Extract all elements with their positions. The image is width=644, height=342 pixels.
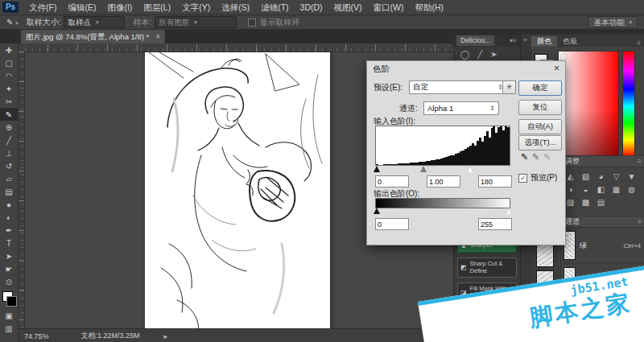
hand-tool[interactable]: ☛	[0, 262, 18, 275]
close-icon[interactable]: ×	[554, 61, 559, 76]
input-white-slider[interactable]	[467, 166, 473, 172]
menu-item-10[interactable]: 帮助(H)	[410, 0, 450, 14]
adjustment-icon-12[interactable]: ▤	[593, 196, 609, 208]
crop-tool[interactable]: ✂	[0, 95, 18, 108]
sample-dropdown[interactable]: 所有图层▾	[155, 16, 237, 28]
menu-item-8[interactable]: 视图(V)	[328, 0, 368, 14]
menu-item-5[interactable]: 选择(S)	[216, 0, 255, 14]
quick-mask-button[interactable]: ▣	[0, 309, 18, 322]
close-tab-icon[interactable]: ×	[155, 30, 160, 43]
input-white-field[interactable]	[478, 175, 512, 187]
adjustment-icon-7[interactable]: ◧	[593, 183, 609, 196]
brush-preset-icon[interactable]: ╱	[477, 50, 482, 59]
show-sampling-ring-label: 显示取样环	[259, 17, 299, 28]
tab-delicious[interactable]: Deliciou...	[456, 35, 494, 46]
input-gamma-field[interactable]	[427, 175, 460, 187]
panel-menu-icon[interactable]: ≡	[638, 218, 644, 225]
sharp-cut-define-action-button[interactable]: ◩Sharp Cut & Define	[457, 258, 517, 278]
show-sampling-ring-checkbox[interactable]	[248, 19, 256, 27]
histogram-bar	[507, 127, 510, 165]
blur-tool[interactable]: ●	[0, 198, 18, 211]
adjustment-icon-4[interactable]: ▼	[624, 170, 639, 183]
black-point-eyedropper-icon[interactable]: ✐	[518, 153, 529, 160]
history-brush-tool[interactable]: ↺	[0, 159, 18, 172]
menu-item-1[interactable]: 编辑(E)	[62, 0, 101, 14]
adjustment-icon-1[interactable]: ▧	[578, 170, 593, 183]
lasso-preset-icon[interactable]: ◯	[460, 50, 469, 59]
collapse-panels-icon[interactable]: »	[520, 36, 530, 43]
sample-size-label: 取样大小:	[27, 17, 61, 28]
background-color-swatch[interactable]	[6, 296, 17, 307]
auto-button[interactable]: 自动(A)	[518, 119, 562, 134]
menu-item-7[interactable]: 3D(D)	[295, 0, 328, 14]
menu-item-6[interactable]: 滤镜(T)	[255, 0, 294, 14]
ok-button[interactable]: 确定	[518, 80, 562, 96]
pen-tool[interactable]: ✒	[0, 224, 18, 237]
status-options-arrow-icon[interactable]: ▸	[164, 332, 168, 340]
white-point-eyedropper-icon[interactable]: ✐	[542, 153, 552, 160]
channel-dropdown[interactable]: Alpha 1⇕	[423, 101, 499, 115]
adjustment-icon-8[interactable]: ▦	[609, 183, 624, 196]
menu-item-9[interactable]: 窗口(W)	[368, 0, 410, 14]
foreground-background-swatches[interactable]	[0, 290, 18, 309]
eraser-tool[interactable]: ▱	[0, 172, 18, 185]
eyedropper-buttons: ✐ ✐ ✐	[520, 151, 551, 162]
menu-item-0[interactable]: 文件(F)	[23, 0, 62, 14]
tool-options-bar: ✎ ▾ 取样大小: 取样点▾ 样本: 所有图层▾ 显示取样环 基本功能▾	[0, 15, 644, 30]
menu-item-2[interactable]: 图像(I)	[101, 0, 138, 14]
color-panel-tabs: 颜色 色板 ≡	[531, 35, 644, 47]
panel-menu-icon[interactable]: ≡	[638, 158, 644, 165]
document-canvas[interactable]	[145, 51, 330, 342]
panel-menu-icon[interactable]: ≡	[637, 39, 644, 47]
menu-item-3[interactable]: 图层(L)	[138, 0, 176, 14]
preset-dropdown[interactable]: 自定⇕	[409, 80, 507, 94]
saturation-brightness-field[interactable]	[558, 51, 619, 158]
adjustment-icon-3[interactable]: ▽	[609, 170, 624, 183]
eyedropper-tool-icon[interactable]: ✎ ▾	[6, 18, 19, 27]
tab-swatches[interactable]: 色板	[557, 36, 583, 47]
gray-point-eyedropper-icon[interactable]: ✐	[530, 153, 540, 160]
adjustment-icon-9[interactable]: ◍	[624, 183, 639, 196]
output-black-field[interactable]	[375, 218, 409, 230]
gradient-tool[interactable]: ▤	[0, 185, 18, 198]
adjustment-icon-11[interactable]: ▩	[578, 196, 593, 208]
dodge-tool[interactable]: ◐	[0, 211, 18, 224]
reset-button[interactable]: 复位	[518, 100, 562, 115]
input-black-field[interactable]	[375, 175, 409, 187]
output-white-field[interactable]	[478, 218, 512, 230]
panel-menu-icon[interactable]: ▾≡	[510, 37, 517, 44]
menu-item-4[interactable]: 文字(Y)	[176, 0, 216, 14]
adjustment-icon-6[interactable]: ◒	[578, 183, 593, 196]
tools-panel: ✚▢◠✦✂✎⊕╱⊥↺▱▤●◐✒T➤☛⊙ ▣▥	[0, 43, 19, 342]
quick-selection-tool[interactable]: ✦	[0, 82, 18, 95]
eyedropper-tool[interactable]: ✎	[0, 108, 18, 121]
brush-tool[interactable]: ╱	[0, 134, 18, 146]
levels-dialog-titlebar[interactable]: 色阶 ×	[367, 61, 565, 76]
lasso-tool[interactable]: ◠	[0, 69, 18, 82]
arrow-preset-icon[interactable]: ➤	[490, 50, 497, 59]
adjustment-icon-2[interactable]: ◕	[593, 170, 609, 183]
tab-color[interactable]: 颜色	[531, 36, 557, 47]
output-white-slider[interactable]	[506, 208, 512, 214]
type-tool[interactable]: T	[0, 237, 18, 249]
preset-options-gear-icon[interactable]: ✳	[502, 80, 516, 94]
options-button[interactable]: 选项(T)...	[518, 135, 562, 150]
hue-ramp[interactable]	[622, 51, 635, 158]
zoom-tool[interactable]: ⊙	[0, 275, 18, 288]
channel-row[interactable]: 绿Ctrl+4	[561, 228, 644, 264]
healing-brush-tool[interactable]: ⊕	[0, 121, 18, 134]
zoom-level-field[interactable]: 74.75%	[24, 332, 49, 340]
vertical-ruler	[18, 52, 25, 328]
workspace-switcher-button[interactable]: 基本功能▾	[588, 16, 638, 28]
path-selection-tool[interactable]: ➤	[0, 249, 18, 262]
move-tool[interactable]: ✚	[0, 43, 18, 56]
screen-mode-button[interactable]: ▥	[0, 322, 18, 335]
input-gamma-slider[interactable]	[420, 166, 427, 172]
preview-checkbox[interactable]: ✓	[518, 174, 527, 183]
output-black-slider[interactable]	[374, 208, 380, 214]
sample-size-dropdown[interactable]: 取样点▾	[64, 16, 125, 28]
document-tab[interactable]: 图片.jpg @ 74.8%(背景, Alpha 1/8) * ×	[21, 30, 166, 43]
input-black-slider[interactable]	[374, 166, 380, 172]
marquee-tool[interactable]: ▢	[0, 56, 18, 69]
clone-stamp-tool[interactable]: ⊥	[0, 146, 18, 159]
